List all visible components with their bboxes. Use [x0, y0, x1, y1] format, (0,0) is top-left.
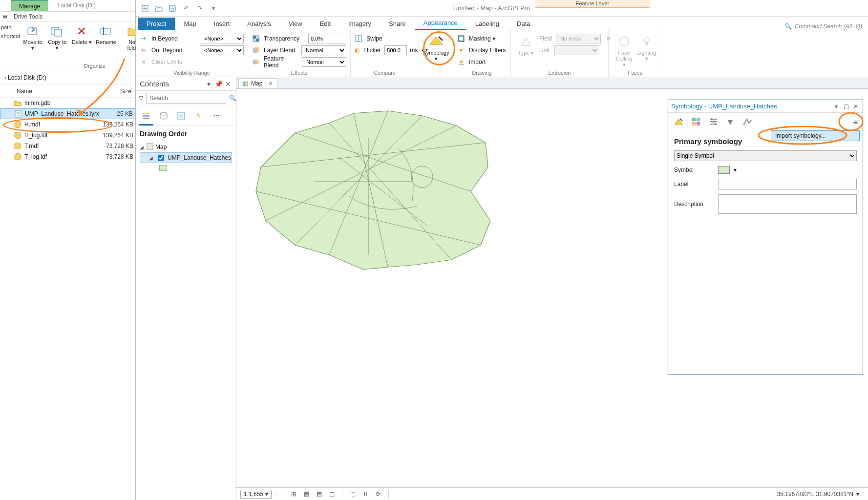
map-view-tab[interactable]: ▦ Map ✕ [238, 78, 277, 88]
undo-icon[interactable]: ↶ [182, 4, 191, 13]
tab-analysis[interactable]: Analysis [238, 18, 279, 30]
display-filters-tab-icon[interactable]: ▼ [726, 117, 735, 127]
list-by-drawing-order-icon[interactable] [141, 110, 151, 121]
out-beyond-row[interactable]: Out Beyond <None> [140, 45, 244, 56]
search-icon[interactable]: 🔍 [229, 95, 236, 102]
contents-more-icon[interactable]: ⋯ [211, 110, 222, 121]
hamburger-menu-icon[interactable]: ≡ [853, 118, 858, 127]
tab-data[interactable]: Data [508, 18, 539, 30]
clipboard-shortcut-label: shortcut [1, 33, 20, 39]
pane-close-icon[interactable]: ✕ [224, 80, 232, 88]
open-project-icon[interactable] [154, 4, 163, 13]
pane-pin-icon[interactable]: 📌 [214, 80, 222, 88]
pane-float-icon[interactable]: ▢ [842, 103, 850, 110]
snapping-icon[interactable]: ⊞ [289, 490, 298, 499]
grid-icon[interactable]: ▦ [302, 490, 311, 499]
vary-by-attribute-tab-icon[interactable] [691, 116, 701, 128]
list-by-source-icon[interactable] [158, 110, 169, 121]
flicker-input[interactable] [384, 45, 407, 55]
file-row[interactable]: UMP_Landuse_Hatches.lyrx 25 KB [0, 108, 135, 119]
file-row[interactable]: H.mdf 139,264 KB [0, 119, 135, 130]
selection-icon[interactable]: ⬚ [348, 490, 357, 499]
primary-symbology-tab-icon[interactable] [673, 116, 684, 128]
pause-drawing-icon[interactable]: ⏸ [361, 490, 370, 499]
file-row[interactable]: mmm.gdb [0, 98, 135, 108]
copy-to-icon [50, 24, 64, 38]
svg-point-36 [711, 118, 713, 120]
redo-icon[interactable]: ↷ [195, 4, 204, 13]
import-symbology-menuitem[interactable]: Import symbology... [771, 130, 860, 141]
display-filters-button[interactable]: ▼ Display Filters [457, 45, 507, 56]
symbol-dropdown-icon[interactable]: ▾ [734, 167, 737, 173]
file-row[interactable]: T.mdf 73,728 KB [0, 141, 135, 151]
out-beyond-select[interactable]: <None> [200, 45, 244, 55]
close-icon[interactable]: ✕ [268, 80, 273, 87]
description-input[interactable] [718, 194, 857, 214]
contents-search-input[interactable] [146, 93, 226, 104]
new-project-icon[interactable] [141, 4, 149, 13]
masking-button[interactable]: Masking ▾ [457, 33, 507, 44]
constraints-icon[interactable]: ▤ [315, 490, 323, 499]
corrections-icon[interactable]: ◫ [327, 490, 336, 499]
import-drawing-button[interactable]: Import [457, 57, 507, 67]
explorer-column-headers[interactable]: Name Size [0, 85, 135, 98]
tab-share[interactable]: Share [380, 18, 415, 30]
toc-map-node[interactable]: ◢ Map [140, 142, 232, 152]
symbology-type-select[interactable]: Single Symbol [674, 150, 857, 161]
advanced-options-tab-icon[interactable] [741, 116, 752, 128]
tab-insert[interactable]: Insert [205, 18, 239, 30]
in-beyond-row[interactable]: In Beyond <None> [140, 33, 244, 44]
command-search[interactable]: 🔍 Command Search (Alt+Q) [784, 23, 862, 30]
pane-dropdown-icon[interactable]: ▾ [205, 80, 212, 88]
tab-view[interactable]: View [280, 18, 311, 30]
delete-button[interactable]: ✕ Delete ▾ [70, 23, 93, 52]
tab-project[interactable]: Project [138, 18, 175, 30]
swipe-button[interactable]: Swipe [355, 33, 415, 44]
filter-icon[interactable]: ▽ [139, 95, 143, 102]
pane-dropdown-icon[interactable]: ▾ [832, 103, 840, 110]
qat-dropdown-icon[interactable]: ▾ [209, 4, 218, 13]
collapse-icon[interactable]: ◢ [149, 155, 154, 161]
file-row[interactable]: H_log.ldf 139,264 KB [0, 130, 135, 141]
symbology-button[interactable]: Symbology ▾ [420, 32, 452, 62]
symbol-layer-drawing-tab-icon[interactable] [708, 116, 719, 128]
layer-blend-select[interactable]: Normal [301, 45, 346, 55]
copy-to-button[interactable]: Copy to ▾ [45, 23, 69, 52]
pane-close-icon[interactable]: ✕ [852, 103, 860, 110]
layer-visibility-checkbox[interactable] [158, 155, 164, 161]
layer-symbol-swatch[interactable] [159, 165, 167, 171]
symbol-label: Symbol [674, 167, 718, 173]
list-by-editing-icon[interactable]: ✎ [193, 110, 204, 121]
tab-labeling[interactable]: Labeling [466, 18, 508, 30]
move-to-button[interactable]: Move to ▾ [21, 23, 44, 52]
map-scale-selector[interactable]: 1:1,655 ▾ [240, 490, 272, 499]
tab-imagery[interactable]: Imagery [339, 18, 380, 30]
file-name: mmm.gdb [24, 100, 101, 106]
refresh-icon[interactable]: ⟳ [374, 490, 382, 499]
collapse-icon[interactable]: ◢ [140, 145, 145, 150]
tab-appearance[interactable]: Appearance [415, 17, 466, 30]
svg-rect-14 [256, 39, 259, 42]
save-icon[interactable] [168, 4, 177, 13]
column-name[interactable]: Name [0, 88, 101, 95]
in-beyond-select[interactable]: <None> [200, 34, 244, 43]
effects-group-label: Effects [248, 70, 350, 76]
tab-edit[interactable]: Edit [311, 18, 339, 30]
transparency-input[interactable] [308, 34, 346, 43]
toc-layer-node[interactable]: ◢ UMP_Landuse_Hatches [140, 152, 232, 163]
file-row[interactable]: T_log.ldf 73,728 KB [0, 151, 135, 162]
explorer-tab-manage[interactable]: Manage [11, 0, 48, 11]
column-size[interactable]: Size [101, 88, 135, 95]
symbol-swatch[interactable] [718, 166, 730, 174]
rename-button[interactable]: Rename [94, 23, 118, 52]
chevron-down-icon[interactable]: ▾ [856, 491, 859, 498]
list-by-selection-icon[interactable] [176, 110, 187, 121]
scale-list-icon[interactable]: · [275, 491, 277, 498]
svg-rect-32 [692, 118, 696, 121]
breadcrumb-location[interactable]: Local Disk (D:) [8, 74, 46, 81]
tab-map[interactable]: Map [175, 18, 205, 30]
explorer-breadcrumb[interactable]: › Local Disk (D:) [0, 70, 135, 85]
feature-blend-select[interactable]: Normal [302, 57, 346, 67]
svg-rect-25 [143, 115, 149, 117]
label-input[interactable] [718, 179, 857, 189]
